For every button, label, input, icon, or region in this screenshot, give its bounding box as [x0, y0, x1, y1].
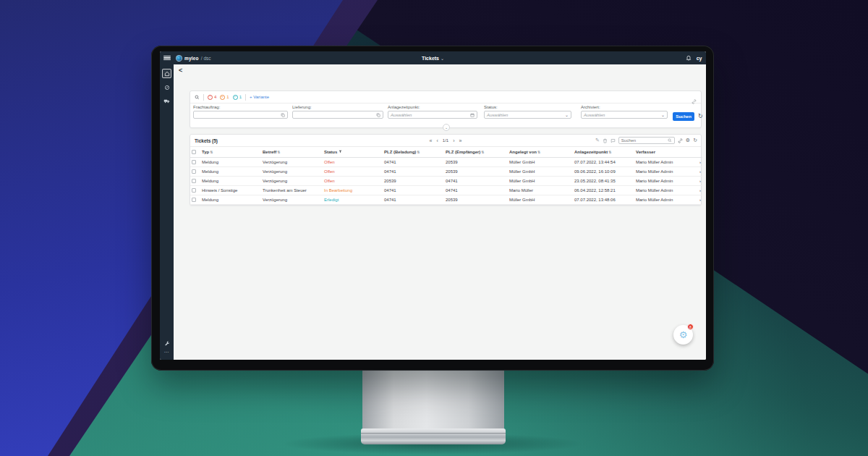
table-header-row: Typ⇅ Betreff⇅ Status PLZ (Beladung)⇅ PLZ… [190, 147, 702, 157]
row-open-chevron-icon[interactable]: › [691, 185, 702, 195]
row-open-chevron-icon[interactable]: › [691, 195, 702, 204]
archiviert-select[interactable]: Auswählen ⌄ [581, 111, 668, 119]
table-search-input [621, 138, 668, 143]
field-label: Status: [484, 105, 571, 109]
sidebar-item-home[interactable] [162, 69, 171, 78]
fab-notification-badge: 8 [687, 324, 694, 330]
first-page-button[interactable]: « [430, 138, 433, 143]
table-search-field[interactable] [618, 137, 675, 144]
search-icon[interactable] [195, 95, 200, 100]
comment-icon[interactable] [610, 138, 616, 143]
compass-icon [164, 85, 170, 90]
col-typ[interactable]: Typ⇅ [200, 147, 261, 157]
table-row[interactable]: Hinweis / Sonstige Trunkenheit am Steuer… [190, 185, 702, 195]
col-plz-beladung[interactable]: PLZ (Beladung)⇅ [383, 147, 444, 157]
account-avatar[interactable]: cy [697, 56, 702, 61]
sidebar-item-tracking[interactable] [162, 83, 171, 92]
progress-circle-icon: ◐ [220, 95, 225, 100]
filter-funnel-icon [339, 150, 342, 154]
row-open-chevron-icon[interactable]: › [691, 176, 702, 185]
col-verfasser[interactable]: Verfasser [634, 147, 691, 157]
table-row[interactable]: Meldung Verzögerung Offen 04741 20539 Mü… [190, 157, 702, 166]
status-badge: Offen [323, 157, 383, 166]
search-submit-button[interactable]: Suchen [673, 112, 694, 121]
add-variant-link[interactable]: + Variante [250, 95, 269, 99]
row-checkbox[interactable] [192, 179, 196, 183]
settings-gear-icon[interactable]: ⚙ [686, 138, 690, 143]
status-badge: Offen [323, 166, 383, 176]
select-placeholder: Auswählen [584, 113, 661, 117]
app-topbar: myleo / dsc Tickets ⌄ cy [160, 51, 706, 64]
sort-icon: ⇅ [537, 150, 540, 154]
filter-expander-button[interactable]: ⌄ [443, 124, 450, 131]
table-row[interactable]: Meldung Verzögerung Offen 04741 20539 Mü… [190, 166, 702, 176]
sidebar-more-icon[interactable]: ⋯ [164, 350, 170, 355]
delete-trash-icon[interactable] [603, 138, 608, 143]
chevron-down-icon: ⌄ [565, 112, 569, 117]
sort-icon: ⇅ [608, 150, 611, 154]
topbar-right: cy [686, 51, 702, 64]
col-betreff[interactable]: Betreff⇅ [261, 147, 323, 157]
table-row[interactable]: Meldung Verzögerung Offen 20539 04741 Mü… [190, 176, 702, 185]
check-circle-icon: ✓ [233, 95, 238, 100]
status-select[interactable]: Auswählen ⌄ [484, 111, 571, 119]
link-icon[interactable] [678, 138, 683, 143]
lieferung-input[interactable] [292, 111, 383, 119]
field-label: Archiviert: [581, 105, 668, 109]
sort-icon: ⇅ [210, 150, 213, 154]
table-actions: ✎ ⚙ [595, 137, 697, 144]
col-plz-empfaenger[interactable]: PLZ (Empfänger)⇅ [444, 147, 508, 157]
count-in-progress[interactable]: ◐ 1 [220, 95, 229, 100]
last-page-button[interactable]: » [459, 138, 462, 143]
sidebar-item-settings[interactable] [162, 339, 171, 348]
row-checkbox[interactable] [192, 188, 196, 193]
count-open-value: 4 [214, 95, 216, 99]
sidebar-bottom: ⋯ [162, 334, 171, 360]
page-title-dropdown[interactable]: Tickets ⌄ [160, 56, 706, 61]
row-open-chevron-icon[interactable]: › [691, 157, 702, 166]
row-checkbox[interactable] [192, 169, 196, 174]
refresh-icon[interactable]: ↻ [693, 138, 697, 143]
picker-placeholder: Auswählen [391, 113, 470, 117]
field-label: Lieferung: [292, 105, 383, 109]
row-checkbox[interactable] [192, 198, 196, 202]
table-row[interactable]: Meldung Verzögerung Erledigt 04741 20539… [190, 195, 702, 204]
divider [245, 94, 246, 101]
row-checkbox[interactable] [192, 160, 196, 164]
next-page-button[interactable]: › [453, 138, 454, 143]
marketing-background: myleo / dsc Tickets ⌄ cy [0, 0, 868, 456]
calendar-icon [470, 113, 475, 117]
copy-icon[interactable] [376, 113, 380, 117]
status-badge: Erledigt [323, 195, 383, 204]
back-button[interactable]: < [179, 67, 182, 74]
page-title: Tickets [422, 56, 439, 61]
wrench-icon [164, 341, 170, 347]
table-toolbar: Tickets (5) « ‹ 1/1 › » ✎ [190, 135, 701, 147]
count-in-progress-value: 1 [226, 95, 229, 99]
filter-panel: ! 4 ◐ 1 ✓ 1 + Variante [190, 90, 702, 128]
reset-refresh-icon[interactable]: ↻ [698, 113, 703, 120]
app-screen: myleo / dsc Tickets ⌄ cy [160, 51, 706, 360]
col-status[interactable]: Status [323, 147, 383, 157]
col-angelegt-von[interactable]: Angelegt von⇅ [508, 147, 573, 157]
row-open-chevron-icon[interactable]: › [691, 166, 702, 176]
count-open[interactable]: ! 4 [208, 95, 216, 100]
monitor-stand-base [361, 428, 506, 444]
anlagezeitpunkt-picker[interactable]: Auswählen [388, 111, 477, 119]
page-indicator: 1/1 [443, 138, 448, 143]
sidebar-item-transports[interactable] [162, 96, 171, 106]
sort-icon: ⇅ [417, 150, 420, 154]
frachtauftrag-input[interactable] [193, 111, 288, 119]
tickets-table-panel: Tickets (5) « ‹ 1/1 › » ✎ [190, 134, 702, 206]
count-done-value: 1 [239, 95, 242, 99]
notifications-bell-icon[interactable] [686, 55, 692, 61]
col-anlagezeitpunkt[interactable]: Anlagezeitpunkt⇅ [573, 147, 634, 157]
chevron-down-icon: ⌄ [441, 56, 444, 61]
select-all-checkbox[interactable] [192, 150, 196, 154]
field-anlagezeitpunkt: Anlagezeitpunkt: Auswählen [388, 105, 477, 119]
copy-icon[interactable] [281, 113, 285, 117]
prev-page-button[interactable]: ‹ [436, 138, 438, 143]
count-done[interactable]: ✓ 1 [233, 95, 242, 100]
edit-pencil-icon[interactable]: ✎ [595, 138, 600, 143]
support-fab-button[interactable]: ⚙ 8 [673, 325, 693, 345]
